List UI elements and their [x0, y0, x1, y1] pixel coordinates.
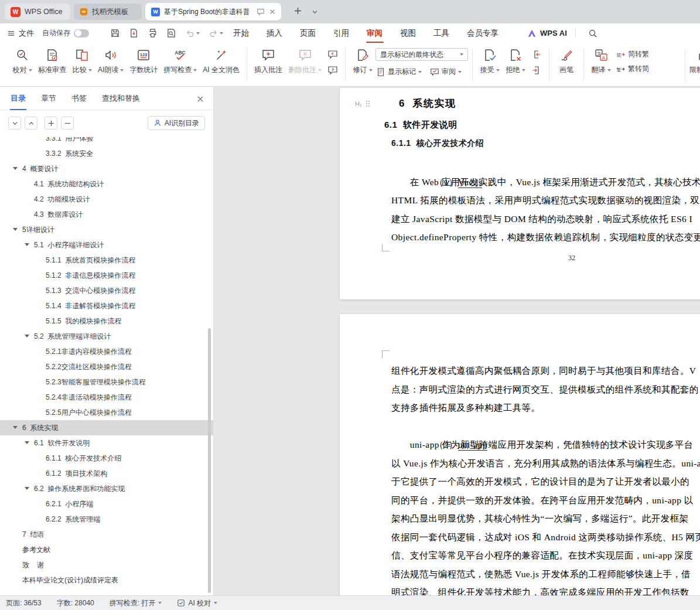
document-text-line[interactable]: 于它提供了一个高效的开发模式，它的设计目的是为了让开发者以最小的	[391, 472, 700, 491]
print-icon[interactable]	[148, 28, 158, 38]
document-text-line[interactable]: 语法规范与编程范式，使熟悉 Vue.js 开发体系的工程师能够快速上手，借	[391, 565, 700, 584]
outline-item[interactable]: 5.2.3智能客服管理模块操作流程	[0, 374, 213, 390]
doc-list-item[interactable]: （1）Vue.js	[391, 154, 700, 173]
outline-item[interactable]: 5.1.1 系统首页模块操作流程	[0, 253, 213, 268]
outline-item[interactable]: 致 谢	[0, 557, 213, 572]
standard-review-button[interactable]: 标准审查	[35, 47, 69, 75]
tab-list-dropdown[interactable]	[312, 9, 318, 15]
outline-item[interactable]: 4 概要设计	[0, 161, 213, 176]
delete-comment-button[interactable]: 删除批注	[285, 47, 325, 75]
word-count-indicator[interactable]: 字数: 28040	[57, 598, 94, 608]
outline-item[interactable]: 6.2.2 系统管理端	[0, 512, 213, 527]
autosave-control[interactable]: 自动保存	[42, 23, 89, 43]
document-text-line[interactable]: 依据同一套代码逻辑，达成对 iOS 和 Android 这两类移动操作系统、H5…	[391, 528, 700, 547]
ribbon-tab[interactable]: 开始	[233, 23, 249, 43]
outline-item[interactable]: 5.1.5 我的模块操作流程	[0, 313, 213, 329]
outline-item[interactable]: 4.3 数据库设计	[0, 207, 213, 222]
expand-all-button[interactable]	[8, 117, 21, 130]
expand-arrow-icon[interactable]	[25, 243, 29, 246]
document-canvas[interactable]: H₁ 6 系统实现 6.1 软件开发说明 6.1.1 核心开发技术介绍 （1）V…	[214, 87, 700, 595]
outline-item[interactable]: 4.1 系统功能结构设计	[0, 176, 213, 192]
outline-item[interactable]: 5.2.2交流社区模块操作流程	[0, 359, 213, 374]
expand-arrow-icon[interactable]	[25, 487, 29, 490]
previous-comment-button[interactable]	[326, 49, 339, 60]
drag-handle-icon[interactable]	[365, 100, 371, 108]
ai-proofread-status[interactable]: AI 校对	[177, 598, 217, 608]
print-preview-icon[interactable]	[166, 28, 176, 38]
tab-docer-templates[interactable]: 找稻壳模板	[74, 4, 142, 20]
show-markup-button[interactable]: 显示标记	[376, 67, 422, 77]
outline-item[interactable]: 5.1 小程序端详细设计	[0, 237, 213, 253]
sidebar-tab[interactable]: 目录	[11, 87, 26, 110]
expand-arrow-icon[interactable]	[25, 441, 29, 444]
ai-polish-button[interactable]: AI 全文润色	[200, 47, 243, 75]
close-sidebar-button[interactable]	[197, 94, 204, 105]
document-text-line[interactable]: 明式渲染、组件化开发等技术能力，高效完成多端应用的开发工作包括数	[391, 583, 700, 595]
autosave-toggle[interactable]	[74, 29, 89, 38]
document-text-line[interactable]: 在 Web 应用开发实践中，Vue.js 框架采用渐进式开发范式，其核心技术	[391, 173, 700, 192]
markup-state-select[interactable]: 显示标记的最终状态	[375, 48, 468, 61]
doc-list-item[interactable]: （2）uni-app	[391, 417, 700, 436]
sidebar-tab[interactable]: 章节	[41, 87, 56, 110]
outline-item[interactable]: 本科毕业论文(设计)成绩评定表	[0, 572, 213, 588]
simplified-to-traditional-button[interactable]: 简转繁	[616, 49, 649, 59]
doc-heading-level2[interactable]: 6.1 软件开发说明	[384, 119, 700, 131]
outline-item[interactable]: 参考文献	[0, 542, 213, 557]
collapse-all-button[interactable]	[25, 117, 37, 130]
save-icon[interactable]	[110, 28, 120, 38]
outline-item[interactable]: 5.2 系统管理端详细设计	[0, 329, 213, 344]
ai-recognize-toc-button[interactable]: AI识别目录	[148, 116, 205, 130]
sidebar-scrollbar-thumb[interactable]	[208, 328, 211, 593]
page-indicator[interactable]: 页面: 36/53	[6, 598, 42, 608]
demote-heading-button[interactable]	[61, 117, 74, 130]
outline-item[interactable]: 6 系统实现	[0, 420, 213, 435]
undo-button[interactable]	[185, 28, 200, 38]
next-change-button[interactable]	[530, 64, 543, 76]
ribbon-tab[interactable]: 插入	[267, 23, 282, 43]
ribbon-tab[interactable]: 页面	[300, 23, 316, 43]
document-text-line[interactable]: Object.defineProperty 特性，构建数据依赖追踪机制，实现细粒…	[391, 228, 700, 247]
traditional-to-simplified-button[interactable]: 繁转简	[616, 64, 649, 74]
outline-item[interactable]: 5.1.4 非遗解答模块操作流程	[0, 298, 213, 313]
redo-button[interactable]	[209, 28, 223, 38]
doc-heading-level1[interactable]: 6 系统实现	[399, 97, 700, 111]
proofread-button[interactable]: 校对	[9, 47, 35, 75]
outline-item[interactable]: 6.1.2 项目技术架构	[0, 466, 213, 481]
outline-item[interactable]: 3.3.1 用户体验	[0, 137, 213, 146]
outline-item[interactable]: 5.2.4非遗活动模块操作流程	[0, 390, 213, 405]
spell-check-status[interactable]: 拼写检查: 打开	[110, 598, 162, 608]
document-text-line[interactable]: 建立 JavaScript 数据模型与 DOM 结构的动态映射，响应式系统依托 …	[391, 210, 700, 229]
sidebar-tab[interactable]: 查找和替换	[102, 87, 140, 110]
outline-item[interactable]: 7 结语	[0, 527, 213, 542]
translate-button[interactable]: 翻译	[588, 47, 614, 75]
document-text-line[interactable]: 以 Vue.js 作为核心开发语言，充分利用其成熟的语法体系与编程生态。uni-…	[391, 454, 700, 473]
outline-item[interactable]: 3.3.2 系统安全	[0, 146, 213, 161]
ribbon-tab[interactable]: 审阅	[367, 23, 383, 43]
compare-button[interactable]: 比较	[69, 47, 95, 75]
document-text-line[interactable]: HTML 拓展的模板语法，采用声明式编程范式实现数据驱动的视图渲染，双	[391, 191, 700, 210]
doc-heading-level3[interactable]: 6.1.1 核心开发技术介绍	[391, 138, 700, 149]
track-changes-button[interactable]: 修订	[350, 47, 375, 75]
outline-item[interactable]: 6.2.1 小程序端	[0, 496, 213, 512]
ribbon-tab[interactable]: 工具	[433, 23, 449, 43]
document-text-line[interactable]: 架构凸显出明显优势，其核心特性为“一次编写，多端运行”。此开发框架	[391, 509, 700, 528]
spell-check-button[interactable]: 拼写检查	[161, 47, 200, 75]
expand-arrow-icon[interactable]	[13, 167, 18, 170]
ribbon-tab[interactable]: 引用	[333, 23, 349, 43]
expand-arrow-icon[interactable]	[13, 228, 18, 231]
word-count-button[interactable]: 字数统计	[127, 47, 161, 75]
previous-change-button[interactable]	[530, 49, 543, 60]
document-text-line[interactable]: 支持多插件拓展及多种构建工具等。	[391, 398, 700, 417]
document-page-32[interactable]: H₁ 6 系统实现 6.1 软件开发说明 6.1.1 核心开发技术介绍 （1）V…	[340, 88, 700, 299]
ribbon-tab[interactable]: 视图	[400, 23, 416, 43]
file-menu-button[interactable]: 文件	[7, 23, 34, 43]
export-pdf-icon[interactable]	[129, 28, 139, 38]
outline-item[interactable]: 5.2.1非遗内容模块操作流程	[0, 344, 213, 359]
document-page-33[interactable]: 组件化开发模式遵循高内聚低耦合原则，同时易于与其他项目和库结合。V点是：声明式渲…	[340, 314, 700, 595]
promote-heading-button[interactable]	[45, 117, 57, 130]
ribbon-tab[interactable]: 会员专享	[467, 23, 498, 43]
document-text-line[interactable]: 组件化开发模式遵循高内聚低耦合原则，同时易于与其他项目和库结合。V	[391, 362, 700, 380]
expand-arrow-icon[interactable]	[25, 335, 29, 338]
restrict-editing-button[interactable]: 限制编辑	[687, 47, 700, 75]
document-text-line[interactable]: 点是：声明式渲染的方式进行网页交互、提供模板式的组件系统和其配套的	[391, 380, 700, 399]
